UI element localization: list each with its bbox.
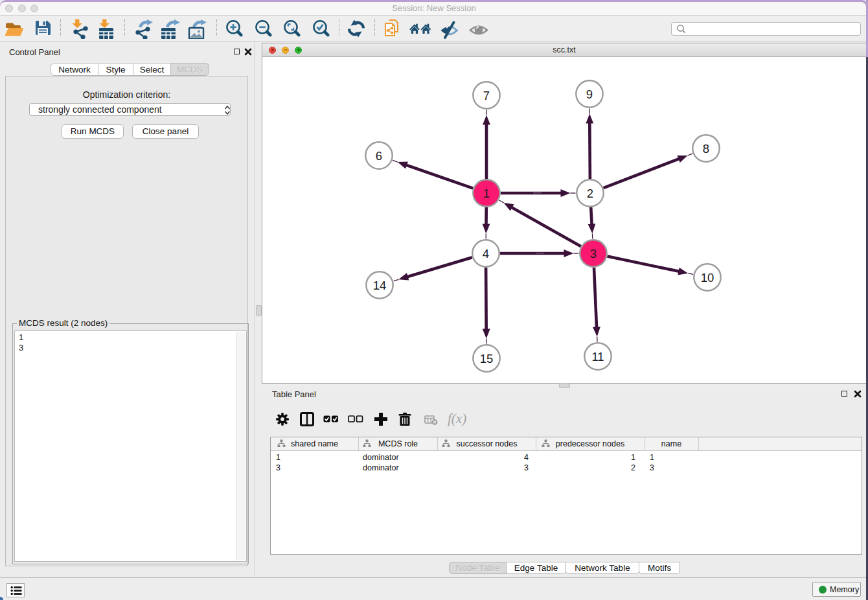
svg-text:1: 1 bbox=[483, 187, 490, 200]
svg-text:6: 6 bbox=[376, 149, 382, 163]
svg-text:9: 9 bbox=[586, 87, 593, 101]
svg-text:2: 2 bbox=[587, 187, 593, 200]
svg-text:14: 14 bbox=[373, 279, 387, 292]
svg-text:7: 7 bbox=[483, 89, 490, 102]
svg-text:3: 3 bbox=[590, 247, 597, 260]
svg-text:10: 10 bbox=[701, 271, 714, 284]
svg-text:8: 8 bbox=[703, 142, 709, 156]
svg-text:4: 4 bbox=[483, 247, 489, 260]
svg-text:11: 11 bbox=[591, 350, 604, 363]
svg-text:15: 15 bbox=[480, 352, 494, 365]
